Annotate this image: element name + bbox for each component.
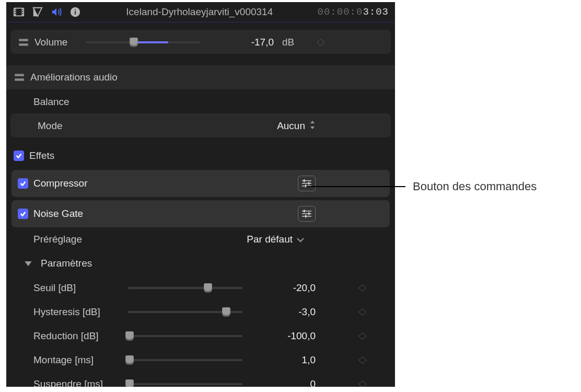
parameter-slider[interactable] bbox=[127, 378, 248, 387]
volume-slider-fill bbox=[134, 41, 168, 43]
compressor-label: Compressor bbox=[33, 178, 293, 189]
svg-rect-26 bbox=[308, 212, 310, 215]
controls-button-noise-gate[interactable] bbox=[298, 206, 316, 222]
timecode-end: 3:03 bbox=[363, 6, 389, 18]
info-tab-icon[interactable] bbox=[69, 6, 82, 18]
parameters-row: Paramètres bbox=[6, 251, 395, 275]
svg-rect-4 bbox=[15, 11, 16, 12]
inspector-header: Iceland-Dyrholaeyjarviti_v000314 00:00:0… bbox=[6, 2, 395, 22]
svg-rect-15 bbox=[15, 78, 24, 80]
parameter-label: Montage [ms] bbox=[33, 354, 122, 366]
parameter-slider-thumb[interactable] bbox=[125, 379, 134, 387]
svg-rect-25 bbox=[304, 210, 305, 213]
svg-rect-19 bbox=[304, 179, 305, 182]
controls-button-compressor[interactable] bbox=[298, 176, 316, 191]
preset-dropdown[interactable]: Par défaut bbox=[247, 234, 304, 245]
svg-rect-12 bbox=[19, 39, 28, 41]
parameters-label: Paramètres bbox=[41, 258, 92, 269]
preset-row: Préréglage Par défaut bbox=[6, 227, 395, 251]
balance-row: Balance bbox=[6, 89, 395, 113]
effects-checkbox[interactable] bbox=[14, 151, 24, 161]
keyframe-icon[interactable] bbox=[352, 380, 373, 387]
volume-row: Volume -17,0 dB bbox=[10, 30, 391, 54]
mode-dropdown[interactable]: Aucun bbox=[277, 120, 316, 132]
svg-rect-6 bbox=[22, 9, 23, 10]
svg-rect-20 bbox=[308, 182, 310, 185]
svg-rect-14 bbox=[15, 74, 24, 76]
parameter-value[interactable]: -3,0 bbox=[253, 306, 316, 318]
mode-label: Mode bbox=[38, 120, 90, 132]
inspector-tabs bbox=[13, 6, 82, 18]
svg-rect-10 bbox=[75, 11, 76, 14]
audio-enhancements-section: Améliorations audio bbox=[6, 65, 395, 89]
parameter-slider[interactable] bbox=[127, 306, 248, 318]
disclosure-triangle-icon[interactable] bbox=[24, 259, 32, 268]
noise-gate-label: Noise Gate bbox=[33, 208, 293, 220]
video-tab-icon[interactable] bbox=[13, 6, 25, 18]
audio-tab-icon[interactable] bbox=[50, 6, 63, 18]
parameter-label: Seuil [dB] bbox=[33, 282, 122, 294]
svg-rect-24 bbox=[302, 216, 311, 217]
mode-value: Aucun bbox=[277, 120, 305, 132]
chevron-down-icon bbox=[297, 234, 304, 245]
svg-rect-16 bbox=[302, 180, 311, 181]
inspector-tab-icon[interactable] bbox=[31, 6, 44, 18]
parameter-value[interactable]: 1,0 bbox=[253, 354, 316, 366]
svg-rect-7 bbox=[22, 11, 23, 12]
parameter-value[interactable]: -20,0 bbox=[253, 282, 316, 294]
parameter-value[interactable]: 0 bbox=[253, 378, 316, 387]
preset-label: Préréglage bbox=[33, 234, 122, 245]
audio-inspector-panel: Iceland-Dyrholaeyjarviti_v000314 00:00:0… bbox=[6, 2, 395, 387]
callout-label: Bouton des commandes bbox=[413, 180, 537, 193]
svg-rect-5 bbox=[15, 13, 16, 14]
svg-rect-23 bbox=[302, 213, 311, 214]
svg-rect-22 bbox=[302, 211, 311, 212]
effect-row-compressor[interactable]: Compressor bbox=[11, 170, 390, 197]
volume-slider[interactable] bbox=[86, 36, 206, 49]
parameter-row: Seuil [dB] -20,0 bbox=[6, 275, 395, 299]
effects-section: Effets bbox=[6, 145, 395, 167]
keyframe-icon[interactable] bbox=[352, 332, 373, 340]
svg-rect-17 bbox=[302, 183, 311, 184]
parameter-slider-thumb[interactable] bbox=[125, 331, 134, 341]
effect-row-noise-gate[interactable]: Noise Gate bbox=[11, 200, 390, 227]
svg-rect-3 bbox=[15, 9, 16, 10]
parameter-value[interactable]: -100,0 bbox=[253, 330, 316, 342]
parameter-label: Reduction [dB] bbox=[33, 330, 122, 342]
preset-value: Par défaut bbox=[247, 234, 293, 245]
collapse-icon[interactable] bbox=[14, 72, 25, 83]
svg-rect-8 bbox=[22, 13, 23, 14]
parameter-slider-thumb[interactable] bbox=[204, 283, 212, 293]
parameter-slider[interactable] bbox=[127, 354, 248, 366]
keyframe-icon[interactable] bbox=[352, 284, 373, 292]
timecode: 00:00:03:03 bbox=[318, 6, 389, 18]
parameter-slider-thumb[interactable] bbox=[222, 307, 230, 317]
svg-rect-13 bbox=[19, 43, 28, 45]
volume-label: Volume bbox=[34, 37, 80, 48]
compressor-checkbox[interactable] bbox=[18, 178, 28, 189]
parameter-row: Suspendre [ms] 0 bbox=[6, 372, 395, 387]
parameter-slider[interactable] bbox=[127, 330, 248, 342]
keyframe-icon[interactable] bbox=[352, 356, 373, 364]
parameter-row: Hysteresis [dB] -3,0 bbox=[6, 299, 395, 324]
keyframe-icon[interactable] bbox=[352, 308, 373, 316]
updown-icon bbox=[309, 120, 316, 132]
balance-label: Balance bbox=[33, 96, 388, 108]
noise-gate-checkbox[interactable] bbox=[18, 209, 28, 219]
keyframe-icon[interactable] bbox=[310, 38, 331, 47]
svg-rect-27 bbox=[305, 215, 307, 218]
volume-value[interactable]: -17,0 bbox=[211, 37, 274, 48]
volume-slider-thumb[interactable] bbox=[130, 38, 138, 47]
collapse-icon[interactable] bbox=[18, 37, 29, 48]
svg-rect-11 bbox=[75, 9, 76, 10]
timecode-prefix: 00:00:0 bbox=[318, 6, 363, 18]
clip-title: Iceland-Dyrholaeyjarviti_v000314 bbox=[89, 6, 310, 18]
parameter-slider-thumb[interactable] bbox=[125, 355, 134, 365]
parameter-row: Reduction [dB] -100,0 bbox=[6, 324, 395, 348]
callout-line bbox=[306, 186, 405, 187]
effects-label: Effets bbox=[29, 150, 54, 162]
balance-mode-row: Mode Aucun bbox=[10, 113, 391, 137]
parameter-label: Hysteresis [dB] bbox=[33, 306, 122, 318]
audio-enhancements-label: Améliorations audio bbox=[30, 72, 388, 83]
parameter-slider[interactable] bbox=[127, 282, 248, 294]
